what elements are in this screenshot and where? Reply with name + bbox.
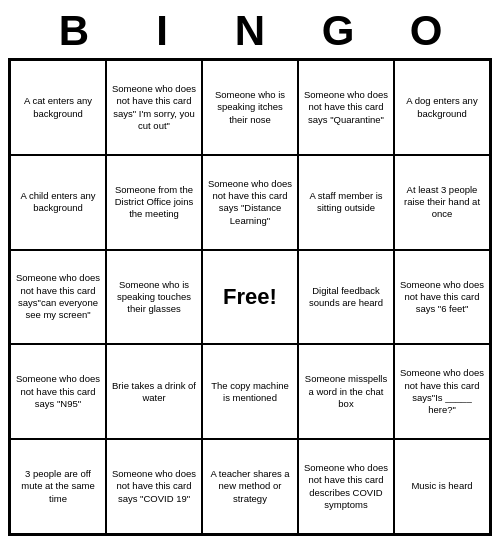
bingo-cell-9[interactable]: At least 3 people raise their hand at on…	[394, 155, 490, 250]
bingo-cell-19[interactable]: Someone who does not have this card says…	[394, 344, 490, 439]
bingo-cell-7[interactable]: Someone who does not have this card says…	[202, 155, 298, 250]
bingo-cell-13[interactable]: Digital feedback sounds are heard	[298, 250, 394, 345]
bingo-cell-24[interactable]: Music is heard	[394, 439, 490, 534]
bingo-cell-8[interactable]: A staff member is sitting outside	[298, 155, 394, 250]
letter-b: B	[30, 8, 118, 54]
bingo-cell-4[interactable]: A dog enters any background	[394, 60, 490, 155]
bingo-cell-16[interactable]: Brie takes a drink of water	[106, 344, 202, 439]
bingo-cell-14[interactable]: Someone who does not have this card says…	[394, 250, 490, 345]
bingo-cell-21[interactable]: Someone who does not have this card says…	[106, 439, 202, 534]
bingo-header: B I N G O	[8, 8, 492, 54]
bingo-cell-18[interactable]: Someone misspells a word in the chat box	[298, 344, 394, 439]
bingo-cell-11[interactable]: Someone who is speaking touches their gl…	[106, 250, 202, 345]
bingo-cell-20[interactable]: 3 people are off mute at the same time	[10, 439, 106, 534]
letter-o: O	[382, 8, 470, 54]
bingo-cell-15[interactable]: Someone who does not have this card says…	[10, 344, 106, 439]
bingo-cell-12[interactable]: Free!	[202, 250, 298, 345]
letter-g: G	[294, 8, 382, 54]
bingo-grid: A cat enters any backgroundSomeone who d…	[8, 58, 492, 536]
bingo-cell-1[interactable]: Someone who does not have this card says…	[106, 60, 202, 155]
bingo-cell-3[interactable]: Someone who does not have this card says…	[298, 60, 394, 155]
bingo-cell-17[interactable]: The copy machine is mentioned	[202, 344, 298, 439]
letter-i: I	[118, 8, 206, 54]
bingo-cell-0[interactable]: A cat enters any background	[10, 60, 106, 155]
bingo-cell-10[interactable]: Someone who does not have this card says…	[10, 250, 106, 345]
bingo-cell-22[interactable]: A teacher shares a new method or strateg…	[202, 439, 298, 534]
bingo-cell-23[interactable]: Someone who does not have this card desc…	[298, 439, 394, 534]
letter-n: N	[206, 8, 294, 54]
bingo-cell-6[interactable]: Someone from the District Office joins t…	[106, 155, 202, 250]
bingo-cell-5[interactable]: A child enters any background	[10, 155, 106, 250]
bingo-cell-2[interactable]: Someone who is speaking itches their nos…	[202, 60, 298, 155]
